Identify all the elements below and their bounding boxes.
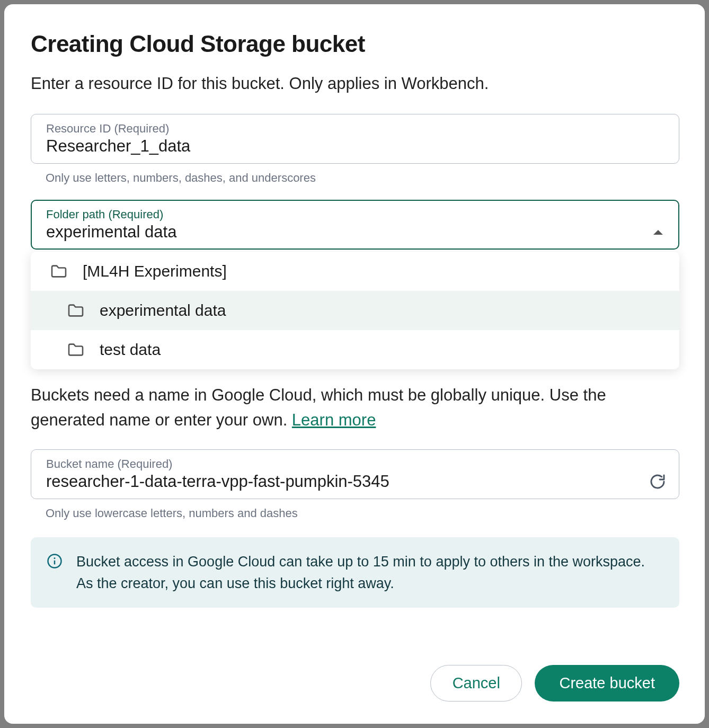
resource-id-help: Only use letters, numbers, dashes, and u… xyxy=(46,171,679,185)
folder-option-label: [ML4H Experiments] xyxy=(83,262,227,280)
bucket-name-help: Only use lowercase letters, numbers and … xyxy=(46,507,679,520)
resource-id-input[interactable] xyxy=(46,137,666,156)
folder-path-label: Folder path (Required) xyxy=(46,208,666,221)
folder-icon xyxy=(50,264,68,278)
resource-id-field[interactable]: Resource ID (Required) xyxy=(31,114,679,164)
chevron-up-icon xyxy=(653,230,663,235)
dialog-subtitle: Enter a resource ID for this bucket. Onl… xyxy=(31,72,679,95)
resource-id-label: Resource ID (Required) xyxy=(46,122,666,136)
folder-option[interactable]: experimental data xyxy=(31,291,679,330)
bucket-name-description: Buckets need a name in Google Cloud, whi… xyxy=(31,383,679,432)
folder-path-field[interactable]: Folder path (Required) experimental data xyxy=(31,200,679,250)
folder-option-label: experimental data xyxy=(100,301,226,319)
info-icon xyxy=(47,553,63,569)
folder-path-value: experimental data xyxy=(46,223,653,242)
cancel-button[interactable]: Cancel xyxy=(430,665,522,702)
create-bucket-dialog: Creating Cloud Storage bucket Enter a re… xyxy=(4,4,705,724)
info-alert: Bucket access in Google Cloud can take u… xyxy=(31,537,679,608)
bucket-name-field[interactable]: Bucket name (Required) xyxy=(31,449,679,499)
learn-more-link[interactable]: Learn more xyxy=(292,411,376,429)
bucket-name-label: Bucket name (Required) xyxy=(46,457,666,471)
folder-path-listbox: [ML4H Experiments]experimental datatest … xyxy=(31,252,679,369)
create-bucket-button[interactable]: Create bucket xyxy=(535,665,679,702)
svg-point-2 xyxy=(54,557,56,559)
refresh-icon[interactable] xyxy=(649,473,666,490)
folder-option[interactable]: test data xyxy=(31,330,679,369)
bucket-name-input[interactable] xyxy=(46,472,641,491)
dialog-actions: Cancel Create bucket xyxy=(31,665,679,702)
folder-icon xyxy=(67,304,85,317)
folder-option-label: test data xyxy=(100,341,161,359)
alert-text: Bucket access in Google Cloud can take u… xyxy=(76,551,663,594)
folder-option[interactable]: [ML4H Experiments] xyxy=(31,252,679,291)
folder-icon xyxy=(67,343,85,357)
dialog-title: Creating Cloud Storage bucket xyxy=(31,31,679,57)
